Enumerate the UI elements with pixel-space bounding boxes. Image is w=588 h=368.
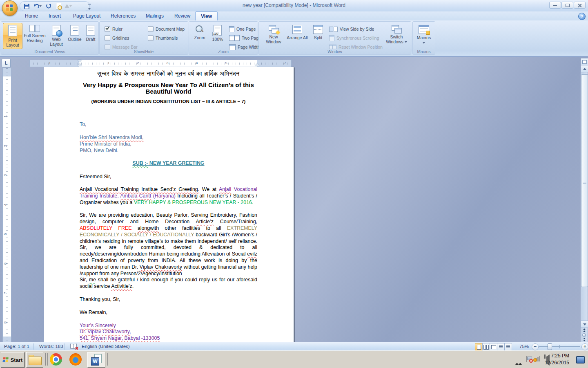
undo-dropdown-arrow[interactable] <box>39 5 42 7</box>
ribbon: Print Layout Full Screen Reading Web Lay… <box>0 20 588 56</box>
undo-button[interactable] <box>32 2 43 10</box>
zoom-button[interactable]: Zoom <box>191 23 209 49</box>
tab-home[interactable]: Home <box>20 11 43 20</box>
start-label: Start <box>11 357 23 363</box>
ruler-checkbox-row[interactable]: Ruler <box>105 25 122 33</box>
hanging-indent-marker[interactable] <box>78 63 82 66</box>
letter-paragraph-3: Sir, me shall be grateful / kind enough … <box>80 277 257 290</box>
macros-button[interactable]: Macros <box>414 23 433 49</box>
print-layout-view-button[interactable] <box>475 343 483 351</box>
help-button[interactable]: ? <box>578 13 586 20</box>
document-canvas: सुन्दर विश्व के समस्त नागरिकों को नूतन व… <box>0 57 581 342</box>
zoom-slider-thumb[interactable] <box>548 343 552 350</box>
vertical-scrollbar[interactable] <box>581 58 588 342</box>
print-layout-button[interactable]: Print Layout <box>3 23 22 49</box>
zoom-out-button[interactable]: – <box>532 343 539 350</box>
start-button[interactable]: Start <box>1 352 24 368</box>
firefox-launcher[interactable] <box>69 352 82 367</box>
draft-view-button[interactable] <box>504 343 512 351</box>
tab-page-layout[interactable]: Page Layout <box>68 11 106 20</box>
thumbnails-checkbox[interactable] <box>148 35 154 41</box>
gridlines-checkbox[interactable] <box>105 35 110 41</box>
previous-page-button[interactable] <box>581 328 587 332</box>
text-run: We at <box>199 186 219 192</box>
ruler-toggle-button[interactable] <box>581 58 588 65</box>
gridlines-checkbox-row[interactable]: Gridlines <box>105 34 129 42</box>
text-run: alongwith <box>138 225 159 231</box>
text-run: Article’z <box>196 219 214 224</box>
zoom-100-button[interactable]: 100 100% <box>209 23 227 49</box>
language-indicator[interactable]: English (United States) <box>78 342 133 351</box>
thumbnails-checkbox-row[interactable]: Thumbnails <box>148 34 178 42</box>
web-layout-view-button[interactable] <box>490 343 497 351</box>
next-page-button[interactable] <box>581 337 587 342</box>
first-line-indent-marker[interactable] <box>78 60 82 62</box>
save-button[interactable] <box>22 2 31 10</box>
new-window-icon <box>269 25 278 33</box>
restore-button[interactable] <box>561 2 573 9</box>
unavailable-tool-button[interactable] <box>64 2 72 10</box>
arrow-down-icon <box>583 323 586 325</box>
minimize-button[interactable] <box>549 2 561 9</box>
zoom-label: Zoom <box>194 35 205 40</box>
tab-stop-selector[interactable]: L <box>2 59 11 67</box>
scroll-down-button[interactable] <box>581 321 588 328</box>
outline-button[interactable]: Outline <box>66 23 84 49</box>
right-indent-marker[interactable] <box>255 63 259 66</box>
arrange-all-button[interactable]: Arrange All <box>286 23 309 49</box>
status-divider <box>65 343 65 350</box>
web-layout-button[interactable]: Web Layout <box>47 23 66 49</box>
zoom-in-button[interactable]: + <box>581 343 588 350</box>
switch-windows-button[interactable]: Switch Windows <box>384 23 409 49</box>
full-screen-reading-button[interactable]: Full Screen Reading <box>23 23 46 49</box>
document-map-checkbox-row[interactable]: Document Map <box>148 25 185 33</box>
close-button[interactable] <box>574 2 586 9</box>
chrome-launcher[interactable] <box>49 352 63 367</box>
tab-mailings[interactable]: Mailings <box>140 11 169 20</box>
document-page[interactable]: सुन्दर विश्व के समस्त नागरिकों को नूतन व… <box>44 67 294 343</box>
office-button[interactable] <box>2 0 18 16</box>
tray-clock[interactable]: 7:25 PM 12/26/2015 <box>536 352 569 366</box>
letter-to: To, <box>80 121 257 128</box>
draft-view-icon <box>506 345 510 349</box>
word-count[interactable]: Words: 183 <box>36 342 67 351</box>
file-explorer-button[interactable] <box>26 352 43 368</box>
web-layout-label: Web Layout <box>50 37 63 47</box>
ruler-number: 3 <box>3 174 7 176</box>
ruler-number: 1 <box>3 115 7 117</box>
group-window: New Window Arrange All Split View Side b… <box>258 21 411 55</box>
tab-insert[interactable]: Insert <box>43 11 66 20</box>
tab-view[interactable]: View <box>195 11 218 21</box>
ruler-checkbox[interactable] <box>105 26 110 32</box>
horizontal-ruler[interactable]: 1 1 2 3 4 5 7 <box>29 60 292 67</box>
repeat-button[interactable] <box>45 2 53 10</box>
draft-button[interactable]: Draft <box>83 23 98 49</box>
ruler-number: 5 <box>225 61 227 65</box>
one-page-button[interactable]: One Page <box>229 25 256 33</box>
split-button[interactable]: Split <box>310 23 327 49</box>
print-preview-button[interactable] <box>54 2 62 10</box>
two-pages-button[interactable]: Two Pages <box>229 34 263 42</box>
scrollbar-thumb[interactable] <box>581 74 588 287</box>
document-map-checkbox[interactable] <box>148 26 154 32</box>
page-indicator[interactable]: Page: 1 of 1 <box>1 342 33 351</box>
show-desktop-button[interactable] <box>576 356 585 365</box>
tray-expand-button[interactable] <box>515 356 522 363</box>
tray-date: 12/26/2015 <box>536 359 569 366</box>
letter-subject-text: SUB :- NEW YEAR GREETING <box>132 160 204 166</box>
tab-review[interactable]: Review <box>169 11 196 20</box>
switch-windows-dropdown-arrow <box>405 41 407 43</box>
view-side-by-side-button[interactable]: View Side by Side <box>329 25 374 33</box>
zoom-level[interactable]: 75% <box>516 342 532 351</box>
action-center-tray-icon[interactable]: ✕ <box>526 356 532 364</box>
new-window-button[interactable]: New Window <box>262 23 285 49</box>
select-browse-object-button[interactable] <box>581 333 587 337</box>
tab-references[interactable]: References <box>105 11 141 20</box>
word-task-button[interactable]: W <box>87 352 105 368</box>
full-screen-view-button[interactable] <box>482 343 490 351</box>
qat-customize-button[interactable] <box>87 2 92 13</box>
outline-view-button[interactable] <box>497 343 505 351</box>
ruler-toggle-icon <box>582 60 587 64</box>
vertical-ruler[interactable]: 1 2 3 4 5 6 7 8 <box>2 68 11 343</box>
scroll-up-button[interactable] <box>581 65 588 72</box>
